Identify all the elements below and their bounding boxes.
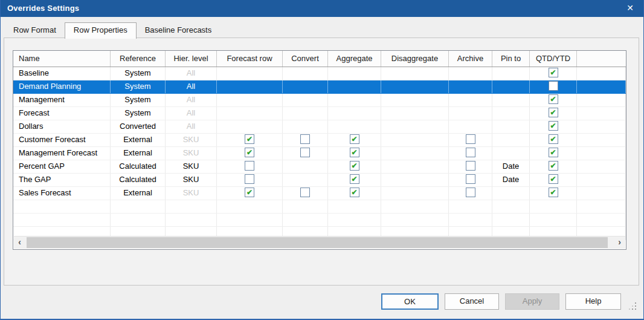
reference-value: System — [124, 108, 150, 117]
column-header-hier_level[interactable]: Hier. level — [166, 51, 217, 67]
archive-checkbox[interactable] — [466, 148, 475, 157]
cell-reference: System — [111, 107, 166, 120]
cell-disaggregate — [381, 187, 449, 200]
scrollbar-thumb[interactable] — [27, 237, 608, 248]
aggregate-checkbox[interactable]: ✔ — [350, 134, 359, 144]
apply-button[interactable]: Apply — [505, 293, 559, 310]
scroll-left-button[interactable]: ‹ — [14, 237, 25, 249]
cell-aggregate: ✔ — [328, 147, 381, 160]
cell-spacer — [577, 200, 626, 213]
column-header-pin_to[interactable]: Pin to — [492, 51, 530, 67]
cell-disaggregate — [381, 214, 449, 226]
cell-reference: System — [111, 94, 166, 106]
pin_to-value: Date — [503, 162, 519, 171]
help-button[interactable]: Help — [565, 293, 621, 310]
title-bar[interactable]: Overrides Settings ✕ — [1, 0, 643, 17]
cell-aggregate — [328, 214, 381, 226]
close-icon[interactable]: ✕ — [620, 0, 640, 17]
archive-checkbox[interactable] — [466, 174, 475, 184]
column-header-aggregate[interactable]: Aggregate — [328, 51, 381, 67]
qtd_ytd-checkbox[interactable]: ✔ — [549, 121, 558, 131]
archive-checkbox[interactable] — [466, 134, 475, 144]
column-header-qtd_ytd[interactable]: QTD/YTD — [530, 51, 577, 67]
grid-row-percent-gap[interactable]: Percent GAPCalculatedSKU✔Date✔ — [13, 160, 626, 174]
grid-row-customer-forecast[interactable]: Customer ForecastExternalSKU✔✔✔ — [13, 134, 626, 147]
cell-convert — [283, 120, 328, 133]
scroll-right-button[interactable]: › — [614, 237, 625, 249]
archive-checkbox[interactable] — [466, 188, 475, 197]
column-header-forecast_row[interactable]: Forecast row — [217, 51, 283, 67]
archive-checkbox[interactable] — [466, 161, 475, 171]
cancel-button[interactable]: Cancel — [445, 293, 499, 310]
cell-spacer — [577, 67, 626, 80]
cell-name: Dollars — [13, 120, 111, 133]
cell-qtd_ytd — [530, 80, 577, 93]
grid-row-sales-forecast[interactable]: Sales ForecastExternalSKU✔✔✔ — [13, 187, 626, 200]
cell-pin_to — [492, 120, 530, 133]
cell-archive — [449, 200, 492, 213]
cell-convert — [283, 200, 328, 213]
grid-row-forecast[interactable]: ForecastSystemAll✔ — [13, 107, 626, 120]
cell-qtd_ytd: ✔ — [530, 187, 577, 200]
reference-value: External — [123, 188, 152, 197]
aggregate-checkbox[interactable]: ✔ — [350, 188, 359, 197]
cell-aggregate — [328, 107, 381, 120]
cell-forecast_row — [217, 174, 283, 186]
grid-row-dollars[interactable]: DollarsConvertedAll✔ — [13, 120, 626, 134]
grid-row-demand-planning[interactable]: Demand PlanningSystemAll — [13, 80, 626, 94]
column-header-convert[interactable]: Convert — [283, 51, 328, 67]
qtd_ytd-checkbox[interactable]: ✔ — [549, 108, 558, 117]
grid-row-management-forecast[interactable]: Management ForecastExternalSKU✔✔✔ — [13, 147, 626, 160]
qtd_ytd-checkbox[interactable] — [549, 81, 558, 91]
qtd_ytd-checkbox[interactable]: ✔ — [549, 148, 558, 157]
cell-name — [13, 200, 111, 213]
grid-row-baseline[interactable]: BaselineSystemAll✔ — [13, 67, 626, 80]
cell-hier_level: SKU — [166, 174, 217, 186]
column-header-archive[interactable]: Archive — [449, 51, 492, 67]
column-header-spacer[interactable] — [577, 51, 626, 67]
qtd_ytd-checkbox[interactable]: ✔ — [549, 68, 558, 77]
qtd_ytd-checkbox[interactable]: ✔ — [549, 174, 558, 184]
forecast_row-checkbox[interactable]: ✔ — [245, 134, 254, 144]
reference-value: Converted — [120, 122, 156, 131]
cell-disaggregate — [381, 94, 449, 106]
qtd_ytd-checkbox[interactable]: ✔ — [549, 94, 558, 104]
reference-value: External — [123, 148, 152, 157]
forecast_row-checkbox[interactable] — [245, 174, 254, 184]
grid-row-empty[interactable] — [13, 200, 626, 214]
convert-checkbox[interactable] — [300, 148, 310, 157]
column-header-reference[interactable]: Reference — [111, 51, 166, 67]
cell-disaggregate — [381, 174, 449, 186]
forecast_row-checkbox[interactable] — [245, 161, 254, 171]
cell-spacer — [577, 147, 626, 160]
qtd_ytd-checkbox[interactable]: ✔ — [549, 188, 558, 197]
tab-row-properties[interactable]: Row Properties — [65, 22, 137, 39]
ok-button[interactable]: OK — [381, 293, 439, 310]
hier_level-value: SKU — [183, 175, 199, 184]
cell-hier_level: All — [166, 107, 217, 120]
aggregate-checkbox[interactable]: ✔ — [350, 148, 359, 157]
convert-checkbox[interactable] — [300, 188, 310, 197]
qtd_ytd-checkbox[interactable]: ✔ — [549, 161, 558, 171]
cell-archive — [449, 134, 492, 146]
column-header-name[interactable]: Name — [13, 51, 111, 67]
cell-reference: Converted — [111, 120, 166, 133]
tab-row-format[interactable]: Row Format — [5, 23, 65, 38]
forecast_row-checkbox[interactable]: ✔ — [245, 188, 254, 197]
qtd_ytd-checkbox[interactable]: ✔ — [549, 134, 558, 144]
grid-row-the-gap[interactable]: The GAPCalculatedSKU✔Date✔ — [13, 174, 626, 187]
grid-row-empty[interactable] — [13, 214, 626, 227]
forecast_row-checkbox[interactable]: ✔ — [245, 148, 254, 157]
cell-hier_level: SKU — [166, 134, 217, 146]
aggregate-checkbox[interactable]: ✔ — [350, 174, 359, 184]
cell-archive — [449, 160, 492, 173]
tab-baseline-forecasts[interactable]: Baseline Forecasts — [137, 23, 221, 38]
convert-checkbox[interactable] — [300, 134, 310, 144]
resize-grip[interactable] — [635, 302, 636, 304]
aggregate-checkbox[interactable]: ✔ — [350, 161, 359, 171]
column-header-disaggregate[interactable]: Disaggregate — [381, 51, 449, 67]
horizontal-scrollbar[interactable]: ‹ › — [14, 236, 625, 249]
cell-convert — [283, 147, 328, 160]
cell-pin_to — [492, 134, 530, 146]
grid-row-management[interactable]: ManagementSystemAll✔ — [13, 94, 626, 107]
